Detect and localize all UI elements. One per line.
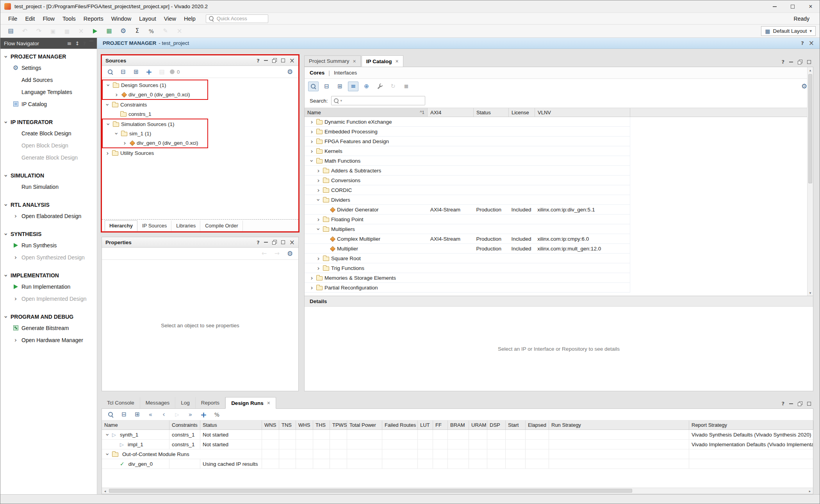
collapse-all-button[interactable]: ⊟ xyxy=(118,67,128,77)
ip-search-input[interactable]: ▾ xyxy=(331,96,425,105)
float-icon[interactable] xyxy=(272,240,277,245)
copy-button[interactable]: ▣ xyxy=(46,26,59,36)
column-header-tpws[interactable]: TPWS xyxy=(330,421,347,429)
column-header-start[interactable]: Start xyxy=(506,421,526,429)
run-row-out-of-context-module-runs[interactable]: ›Out-of-Context Module Runs xyxy=(102,449,813,459)
menu-window[interactable]: Window xyxy=(107,14,135,23)
help-icon[interactable]: ? xyxy=(257,58,260,63)
category-row-fpga-features-and-design[interactable]: ›FPGA Features and Design xyxy=(305,137,630,146)
expand-all-button[interactable]: ⊞ xyxy=(131,67,141,77)
sort-sections-icon[interactable]: ↕ xyxy=(75,41,80,46)
chevron-collapsed-icon[interactable]: › xyxy=(309,129,314,135)
chevron-collapsed-icon[interactable]: › xyxy=(13,337,18,343)
first-run-button[interactable]: « xyxy=(145,410,156,419)
category-row-multipliers[interactable]: ›Multipliers xyxy=(305,224,630,234)
chevron-collapsed-icon[interactable]: › xyxy=(13,296,18,302)
category-row-partial-reconfiguration[interactable]: ›Partial Reconfiguration xyxy=(305,283,630,293)
run-row-impl-1[interactable]: ▷impl_1constrs_1Not startedVivado Implem… xyxy=(102,440,813,449)
nav-section-header-synthesis[interactable]: ›SYNTHESIS xyxy=(0,229,97,239)
nav-section-header-ip-integrator[interactable]: ›IP INTEGRATOR xyxy=(0,117,97,127)
ip-row-divider-generator[interactable]: Divider GeneratorAXI4-StreamProductionIn… xyxy=(305,205,630,215)
nav-section-header-project-manager[interactable]: ›PROJECT MANAGER xyxy=(0,51,97,62)
category-row-square-root[interactable]: ›Square Root xyxy=(305,254,630,263)
tab-hierarchy[interactable]: Hierarchy xyxy=(105,220,137,231)
customize-ip-button[interactable] xyxy=(374,82,385,91)
tab-design-runs[interactable]: Design Runs× xyxy=(225,397,276,409)
sidebar-item-run-implementation[interactable]: Run Implementation xyxy=(0,280,97,293)
delete-button[interactable]: × xyxy=(75,26,87,36)
close-icon[interactable]: × xyxy=(289,239,295,246)
scroll-left-icon[interactable]: ◂ xyxy=(102,488,108,494)
chevron-expanded-icon[interactable]: › xyxy=(114,131,119,136)
category-row-dynamic-function-exchange[interactable]: ›Dynamic Function eXchange xyxy=(305,117,630,127)
help-icon[interactable]: ? xyxy=(801,41,804,46)
chevron-collapsed-icon[interactable]: › xyxy=(309,119,314,125)
back-button[interactable]: ← xyxy=(259,249,269,259)
column-header-report-strategy[interactable]: Report Strategy xyxy=(689,421,814,429)
chevron-collapsed-icon[interactable]: › xyxy=(114,92,119,98)
minimize-icon[interactable] xyxy=(89,41,93,41)
source-tree-item-design-sources-1[interactable]: ›Design Sources (1) xyxy=(103,80,207,90)
source-tree-item-sim-1-1[interactable]: ›sim_1 (1) xyxy=(103,129,207,138)
chevron-collapsed-icon[interactable]: › xyxy=(316,217,321,222)
category-row-embedded-processing[interactable]: ›Embedded Processing xyxy=(305,127,630,137)
sidebar-item-generate-block-design[interactable]: Generate Block Design xyxy=(0,151,97,163)
column-header-constraints[interactable]: Constraints xyxy=(169,421,200,429)
maximize-icon[interactable] xyxy=(807,402,811,406)
window-maximize-button[interactable] xyxy=(784,0,802,12)
menu-tools[interactable]: Tools xyxy=(59,14,80,23)
menu-layout[interactable]: Layout xyxy=(135,14,160,23)
sidebar-item-settings[interactable]: ⚙Settings xyxy=(0,62,97,74)
chevron-collapsed-icon[interactable]: › xyxy=(13,213,18,219)
column-header-wns[interactable]: WNS xyxy=(262,421,279,429)
add-sources-button[interactable]: + xyxy=(144,67,154,77)
run-row-synth-1[interactable]: ›▷synth_1constrs_1Not startedVivado Synt… xyxy=(102,430,813,440)
chevron-collapsed-icon[interactable]: › xyxy=(13,254,18,260)
float-icon[interactable] xyxy=(798,60,802,64)
menu-help[interactable]: Help xyxy=(180,14,200,23)
search-button[interactable] xyxy=(308,82,319,91)
maximize-icon[interactable] xyxy=(281,240,285,244)
column-header-uram[interactable]: URAM xyxy=(469,421,487,429)
minimize-icon[interactable] xyxy=(264,60,268,61)
float-icon[interactable] xyxy=(798,401,802,406)
toggle-sections-icon[interactable]: ≡ xyxy=(67,41,72,46)
sidebar-item-run-synthesis[interactable]: Run Synthesis xyxy=(0,239,97,251)
tab-reports[interactable]: Reports xyxy=(196,397,225,408)
column-header-bram[interactable]: BRAM xyxy=(448,421,469,429)
tab-log[interactable]: Log xyxy=(175,397,196,408)
menu-edit[interactable]: Edit xyxy=(21,14,39,23)
hierarchy-view-button[interactable]: ≡ xyxy=(348,82,358,91)
close-tab-icon[interactable]: × xyxy=(353,58,356,64)
add-repository-button[interactable]: ⊕ xyxy=(361,82,372,91)
chevron-collapsed-icon[interactable]: › xyxy=(105,150,110,156)
stop-button[interactable]: ■ xyxy=(401,82,412,91)
search-button[interactable] xyxy=(105,67,116,77)
column-header-status[interactable]: Status xyxy=(474,108,509,117)
column-header-whs[interactable]: WHS xyxy=(296,421,313,429)
run-button[interactable] xyxy=(89,26,102,36)
help-icon[interactable]: ? xyxy=(257,240,260,245)
utilization-button[interactable]: % xyxy=(212,410,222,419)
close-icon[interactable]: × xyxy=(289,57,295,64)
column-header-name[interactable]: Name xyxy=(102,421,169,429)
column-header-lut[interactable]: LUT xyxy=(418,421,433,429)
category-row-conversions[interactable]: ›Conversions xyxy=(305,176,630,185)
undo-button[interactable]: ↶ xyxy=(18,26,31,36)
chevron-expanded-icon[interactable]: › xyxy=(105,122,111,127)
design-runs-horizontal-scrollbar[interactable]: ◂ ▸ xyxy=(102,488,813,494)
column-header-vlnv[interactable]: VLNV xyxy=(535,108,630,117)
menu-view[interactable]: View xyxy=(160,14,180,23)
source-tree-item-simulation-sources-1[interactable]: ›Simulation Sources (1) xyxy=(103,119,207,129)
source-tree-item-div-gen-0-div-gen-0-xci[interactable]: ›div_gen_0 (div_gen_0.xci) xyxy=(103,90,207,99)
chevron-expanded-icon[interactable]: › xyxy=(316,197,321,202)
layout-selector[interactable]: ▦ Default Layout ▾ xyxy=(761,26,816,36)
close-icon[interactable]: × xyxy=(809,40,814,46)
column-header-license[interactable]: License xyxy=(509,108,535,117)
forward-button[interactable]: → xyxy=(272,249,282,259)
program-device-button[interactable]: ▦ xyxy=(103,26,116,36)
source-tree-item-div-gen-0-div-gen-0-xci[interactable]: ›div_gen_0 (div_gen_0.xci) xyxy=(103,138,207,147)
sidebar-item-open-hardware-manager[interactable]: ›Open Hardware Manager xyxy=(0,334,97,346)
chevron-expanded-icon[interactable]: › xyxy=(105,452,111,457)
launch-runs-button[interactable]: ▷ xyxy=(172,410,182,419)
